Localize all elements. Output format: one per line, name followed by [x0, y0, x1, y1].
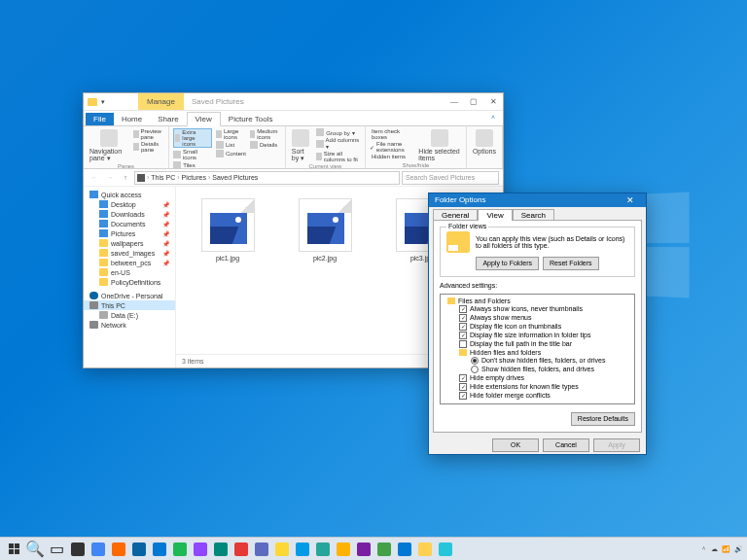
sidebar-item-saved-images[interactable]: saved_images📌 — [84, 248, 175, 258]
sidebar-item-between-pcs[interactable]: between_pcs📌 — [84, 258, 175, 267]
tree-item[interactable]: ✓Hide folder merge conflicts — [444, 392, 631, 401]
taskbar-app[interactable] — [211, 540, 231, 559]
taskbar-app[interactable] — [293, 540, 312, 559]
details-pane-button[interactable]: Details pane — [133, 141, 164, 153]
sort-by-button[interactable]: Sort by ▾ — [290, 128, 312, 163]
taskbar-app[interactable] — [129, 540, 149, 559]
system-tray[interactable]: ＾ ☁ 📶 🔊 — [700, 544, 743, 554]
qat-dropdown[interactable]: ▾ — [101, 98, 105, 106]
taskbar-app[interactable] — [252, 540, 271, 559]
layout-large[interactable]: Large icons — [216, 128, 246, 140]
task-view-button[interactable]: ▭ — [47, 540, 66, 559]
search-input[interactable]: Search Saved Pictures — [402, 171, 499, 185]
breadcrumb-segment[interactable]: This PC — [151, 174, 175, 181]
taskbar-app[interactable] — [374, 540, 394, 559]
reset-folders-button[interactable]: Reset Folders — [543, 257, 599, 270]
taskbar-app[interactable] — [109, 540, 128, 559]
forward-button[interactable]: → — [103, 171, 117, 185]
add-columns-button[interactable]: Add columns ▾ — [316, 137, 361, 150]
taskbar-app[interactable] — [150, 540, 169, 559]
tab-view[interactable]: View — [187, 112, 221, 126]
up-button[interactable]: ↑ — [119, 171, 132, 185]
tray-wifi-icon[interactable]: 📶 — [722, 545, 730, 553]
tab-home[interactable]: Home — [114, 113, 150, 125]
taskbar-app[interactable] — [191, 540, 210, 559]
taskbar-app[interactable] — [415, 540, 435, 559]
hide-selected-button[interactable]: Hide selected items — [416, 128, 462, 162]
taskbar-app[interactable] — [395, 540, 414, 559]
options-button[interactable]: Options — [471, 128, 498, 166]
sidebar-item-downloads[interactable]: Downloads📌 — [84, 209, 175, 219]
cancel-button[interactable]: Cancel — [543, 438, 589, 452]
breadcrumb-segment[interactable]: Pictures — [182, 174, 206, 181]
tree-item[interactable]: ✓Always show icons, never thumbnails — [444, 305, 631, 314]
sidebar-this-pc[interactable]: This PC — [84, 300, 175, 310]
layout-tiles[interactable]: Tiles — [173, 161, 212, 169]
context-tab-manage[interactable]: Manage — [138, 93, 184, 110]
close-button[interactable]: ✕ — [483, 93, 503, 111]
file-item[interactable]: pic1.jpg — [194, 198, 262, 262]
tree-item-radio[interactable]: Don't show hidden files, folders, or dri… — [444, 357, 631, 366]
taskbar-app[interactable] — [68, 540, 88, 559]
sidebar-item-policy[interactable]: PolicyDefinitions — [84, 277, 175, 287]
dialog-tab-view[interactable]: View — [478, 209, 512, 221]
ok-button[interactable]: OK — [492, 438, 539, 452]
hidden-items-toggle[interactable]: Hidden items — [370, 154, 412, 159]
layout-list[interactable]: List — [216, 141, 246, 149]
tree-item-folder[interactable]: Hidden files and folders — [444, 349, 631, 357]
taskbar[interactable]: 🔍 ▭ ＾ ☁ 📶 🔊 — [0, 537, 747, 560]
file-item[interactable]: pic2.jpg — [291, 198, 359, 262]
taskbar-app[interactable] — [272, 540, 292, 559]
file-ext-toggle[interactable]: ✓File name extensions — [370, 141, 412, 153]
tree-item[interactable]: Display the full path in the title bar — [444, 340, 631, 349]
titlebar[interactable]: ▾ Manage Saved Pictures — ▢ ✕ — [84, 93, 503, 111]
tab-picture-tools[interactable]: Picture Tools — [221, 113, 281, 125]
maximize-button[interactable]: ▢ — [464, 93, 483, 111]
size-columns-button[interactable]: Size all columns to fit — [316, 151, 361, 162]
taskbar-app[interactable] — [354, 540, 374, 559]
preview-pane-button[interactable]: Preview pane — [133, 128, 164, 140]
tree-item[interactable]: ✓Hide extensions for known file types — [444, 383, 631, 392]
taskbar-app[interactable] — [231, 540, 251, 559]
tree-item[interactable]: ✓Hide empty drives — [444, 374, 631, 383]
tray-volume-icon[interactable]: 🔊 — [734, 545, 743, 553]
tree-root[interactable]: Files and Folders — [444, 298, 631, 305]
layout-content[interactable]: Content — [216, 150, 246, 158]
taskbar-app[interactable] — [170, 540, 190, 559]
taskbar-app[interactable] — [89, 540, 108, 559]
ribbon-collapse-chevron[interactable]: ＾ — [483, 111, 503, 125]
back-button[interactable]: ← — [88, 171, 101, 185]
sidebar-quick-access[interactable]: Quick access — [84, 190, 175, 199]
tree-item[interactable]: ✓Display file icon on thumbnails — [444, 323, 631, 332]
breadcrumb[interactable]: This PC Pictures Saved Pictures — [134, 171, 400, 185]
search-button[interactable]: 🔍 — [25, 540, 45, 559]
item-checkboxes-toggle[interactable]: Item check boxes — [370, 128, 412, 140]
tab-file[interactable]: File — [86, 113, 114, 125]
minimize-button[interactable]: — — [445, 93, 464, 111]
layout-extra-large[interactable]: Extra large icons — [173, 128, 212, 148]
apply-to-folders-button[interactable]: Apply to Folders — [476, 257, 539, 270]
sidebar-item-wallpapers[interactable]: wallpapers📌 — [84, 238, 175, 248]
taskbar-app[interactable] — [313, 540, 333, 559]
dialog-close-button[interactable]: ✕ — [621, 195, 640, 205]
sidebar-network[interactable]: Network — [84, 320, 175, 330]
tray-cloud-icon[interactable]: ☁ — [711, 545, 718, 553]
sidebar-item-en-us[interactable]: en-US — [84, 267, 175, 277]
group-by-button[interactable]: Group by ▾ — [316, 128, 361, 136]
tree-item[interactable]: ✓Always show menus — [444, 314, 631, 323]
layout-small[interactable]: Small icons — [173, 149, 212, 160]
breadcrumb-segment[interactable]: Saved Pictures — [212, 174, 258, 181]
sidebar-onedrive[interactable]: OneDrive - Personal — [84, 291, 175, 300]
tray-chevron-icon[interactable]: ＾ — [700, 544, 707, 554]
taskbar-app[interactable] — [436, 540, 455, 559]
tab-share[interactable]: Share — [150, 113, 186, 125]
start-button[interactable] — [4, 540, 23, 559]
apply-button[interactable]: Apply — [593, 438, 640, 452]
sidebar-item-desktop[interactable]: Desktop📌 — [84, 199, 175, 209]
sidebar-data-e[interactable]: Data (E:) — [84, 310, 175, 320]
layout-medium[interactable]: Medium icons — [250, 128, 281, 140]
layout-details[interactable]: Details — [250, 141, 281, 149]
tree-item[interactable]: ✓Display file size information in folder… — [444, 332, 631, 340]
sidebar-item-pictures[interactable]: Pictures📌 — [84, 228, 175, 238]
advanced-settings-tree[interactable]: Files and Folders ✓Always show icons, ne… — [440, 294, 635, 404]
